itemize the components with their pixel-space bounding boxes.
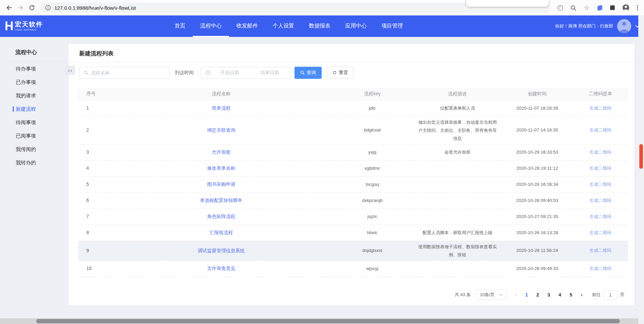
browser-profile-icon[interactable] bbox=[623, 4, 629, 11]
cell-index: 3 bbox=[78, 144, 111, 160]
sidebar-item-label: 我转办的 bbox=[16, 156, 36, 169]
flow-name-link[interactable]: 图书采购申请 bbox=[207, 181, 235, 187]
sidebar-item-my-requests[interactable]: 我的请求 bbox=[0, 89, 68, 102]
nav-item-mail[interactable]: 收发邮件 bbox=[229, 15, 265, 37]
cell-flow-key: yxjq bbox=[331, 144, 414, 160]
nav-item-data-reports[interactable]: 数据报表 bbox=[302, 15, 338, 37]
generate-qr-link[interactable]: 生成二维码 bbox=[590, 150, 611, 155]
sidebar-item-read[interactable]: 已阅事项 bbox=[0, 129, 68, 143]
sidebar-item-todo[interactable]: 待办事项 bbox=[0, 62, 68, 75]
nav-item-project-management[interactable]: 项目管理 bbox=[374, 15, 410, 37]
page-number-5[interactable]: 5 bbox=[565, 290, 577, 300]
generate-qr-link[interactable]: 生成二维码 bbox=[590, 198, 611, 203]
extension-blue-icon[interactable] bbox=[597, 5, 603, 11]
cell-flow-desc: 仅配置表单和人员 bbox=[414, 100, 502, 116]
cell-created-time: 2020-10-27 09:21:35 bbox=[501, 209, 573, 225]
page-size-value: 10条/页 bbox=[480, 292, 495, 298]
generate-qr-link[interactable]: 生成二维码 bbox=[590, 266, 611, 271]
col-header-flow-name: 流程名称 bbox=[111, 88, 331, 100]
flow-list-card: 新建流程列表 到达时间 开始日期 - 结束日期 bbox=[68, 44, 635, 306]
cell-created-time: 2020-11-07 18:28:39 bbox=[501, 100, 573, 116]
goto-label: 前往 bbox=[592, 292, 601, 298]
nav-item-home[interactable]: 首页 bbox=[167, 15, 193, 37]
cell-created-time: 2020-10-26 11:56:24 bbox=[501, 241, 573, 261]
cell-flow-key: jsjzlc bbox=[331, 209, 414, 225]
generate-qr-link[interactable]: 生成二维码 bbox=[590, 106, 611, 111]
user-avatar[interactable] bbox=[617, 19, 631, 33]
sidebar-item-done[interactable]: 已办事项 bbox=[0, 75, 68, 89]
page-number-2[interactable]: 2 bbox=[532, 290, 543, 300]
flow-name-link[interactable]: 调试监督管理信息系统 bbox=[198, 248, 245, 253]
cell-flow-name: 修改表单名称 bbox=[111, 160, 331, 176]
bookmark-star-icon[interactable]: ☆ bbox=[584, 5, 589, 11]
page-suffix-label: 页 bbox=[620, 292, 625, 298]
app-logo[interactable]: H 宏天软件 otent Software bbox=[5, 20, 43, 32]
flow-name-link[interactable]: 角色矩阵流程 bbox=[207, 214, 235, 219]
cell-created-time: 2020-11-07 14:18:35 bbox=[501, 116, 573, 144]
page-number-4[interactable]: 4 bbox=[554, 290, 565, 300]
flow-name-link[interactable]: 修改表单名称 bbox=[207, 165, 235, 171]
app-header: H 宏天软件 otent Software 首页流程中心收发邮件个人设置数据报表… bbox=[0, 15, 644, 37]
page-number-1[interactable]: 1 bbox=[521, 290, 532, 300]
generate-qr-link[interactable]: 生成二维码 bbox=[590, 127, 611, 132]
browser-menu-kebab-icon[interactable] bbox=[637, 5, 638, 10]
forward-icon[interactable] bbox=[15, 2, 26, 13]
reload-icon[interactable] bbox=[26, 2, 38, 13]
extension-dark-icon[interactable] bbox=[610, 5, 615, 10]
sidebar-item-to-read[interactable]: 待阅事项 bbox=[0, 116, 68, 129]
flow-name-link[interactable]: 允许加签 bbox=[212, 149, 231, 155]
zoom-icon[interactable] bbox=[570, 5, 576, 11]
site-info-icon[interactable] bbox=[45, 5, 51, 11]
sidebar-item-my-circulated[interactable]: 我传阅的 bbox=[0, 143, 68, 156]
cell-created-time: 2020-10-26 16:13:28 bbox=[501, 225, 573, 241]
cell-qr: 生成二维码 bbox=[573, 176, 628, 193]
generate-qr-link[interactable]: 生成二维码 bbox=[590, 182, 611, 187]
cell-flow-key: xgbdmc bbox=[331, 160, 414, 176]
translate-icon[interactable] bbox=[558, 5, 563, 10]
sidebar-item-label: 待阅事项 bbox=[16, 116, 36, 129]
nav-item-personal-settings[interactable]: 个人设置 bbox=[265, 15, 302, 37]
goto-page-input[interactable] bbox=[603, 290, 617, 300]
sidebar-item-label: 我的请求 bbox=[16, 89, 36, 102]
flow-name-link[interactable]: 单选框配置按钮脚本 bbox=[200, 198, 242, 203]
cell-qr: 生成二维码 bbox=[573, 209, 628, 225]
cell-flow-desc bbox=[414, 261, 502, 277]
sidebar-item-new-flow[interactable]: 新建流程 bbox=[0, 102, 68, 116]
prev-page-icon[interactable]: ‹ bbox=[511, 291, 521, 298]
generate-qr-link[interactable]: 生成二维码 bbox=[590, 166, 611, 171]
flow-name-search[interactable] bbox=[79, 67, 170, 79]
date-range-picker[interactable]: 开始日期 - 结束日期 bbox=[201, 67, 291, 79]
generate-qr-link[interactable]: 生成二维码 bbox=[590, 214, 611, 219]
page-size-select[interactable]: 10条/页 bbox=[476, 290, 506, 300]
page-number-3[interactable]: 3 bbox=[543, 290, 554, 300]
sidebar: 流程中心 待办事项已办事项我的请求新建流程待阅事项已阅事项我传阅的我转办的 bbox=[0, 37, 68, 324]
page-numbers: 12345 bbox=[521, 290, 577, 300]
cell-qr: 生成二维码 bbox=[573, 193, 628, 209]
generate-qr-link[interactable]: 生成二维码 bbox=[590, 230, 611, 235]
reset-button[interactable]: 重置 bbox=[327, 67, 354, 79]
back-icon[interactable] bbox=[3, 2, 15, 13]
flow-name-link[interactable]: 简单流程 bbox=[212, 105, 231, 111]
nav-item-flow-center[interactable]: 流程中心 bbox=[193, 15, 229, 37]
sidebar-menu: 待办事项已办事项我的请求新建流程待阅事项已阅事项我传阅的我转办的 bbox=[0, 62, 68, 169]
horizontal-scrollbar-thumb[interactable] bbox=[36, 319, 620, 323]
next-page-icon[interactable]: › bbox=[577, 291, 587, 298]
cell-flow-desc: 会签允许加签 bbox=[414, 144, 502, 160]
logo-mark: H bbox=[5, 20, 13, 32]
col-header-index: 序号 bbox=[78, 88, 111, 100]
vertical-scrollbar-thumb[interactable] bbox=[639, 144, 643, 169]
start-date-placeholder: 开始日期 bbox=[213, 70, 247, 76]
query-button[interactable]: 查询 bbox=[294, 67, 322, 79]
search-input[interactable] bbox=[91, 70, 166, 75]
flow-name-link[interactable]: 绑定关联查询 bbox=[207, 127, 235, 133]
flow-name-link[interactable]: 文件审查意见 bbox=[207, 266, 235, 271]
cell-created-time: 2020-10-28 16:26:34 bbox=[501, 176, 573, 193]
col-header-flow-desc: 流程描述 bbox=[414, 88, 502, 100]
flow-name-link[interactable]: 汇报线流程 bbox=[210, 230, 233, 235]
generate-qr-link[interactable]: 生成二维码 bbox=[590, 248, 611, 253]
nav-item-app-center[interactable]: 应用中心 bbox=[338, 15, 374, 37]
sidebar-collapse-toggle[interactable]: ‹ › bbox=[65, 66, 75, 75]
table-row: 7角色矩阵流程jsjzlc2020-10-27 09:21:35生成二维码 bbox=[78, 209, 628, 225]
cell-flow-name: 单选框配置按钮脚本 bbox=[111, 193, 331, 209]
sidebar-item-my-forwarded[interactable]: 我转办的 bbox=[0, 156, 68, 169]
